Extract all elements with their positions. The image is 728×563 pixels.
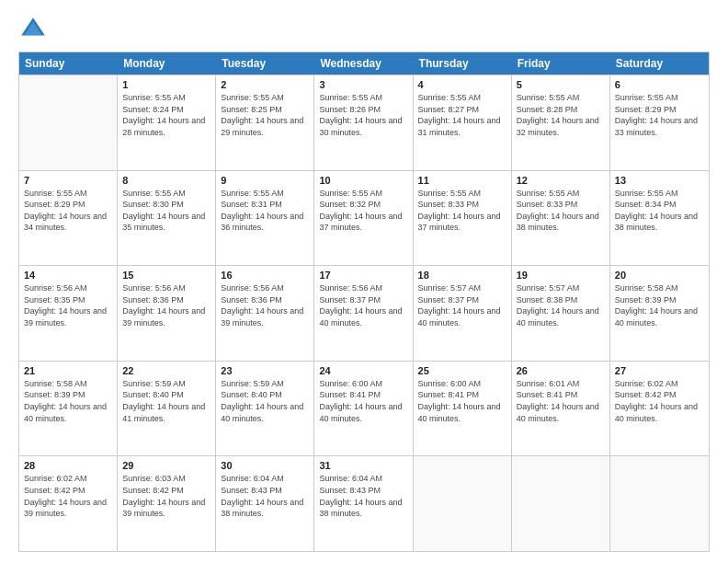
day-number: 20 [615, 270, 704, 281]
day-number: 31 [319, 460, 407, 471]
day-info: Sunrise: 5:59 AM Sunset: 8:40 PM Dayligh… [122, 378, 210, 424]
cal-cell-14: 14Sunrise: 5:56 AM Sunset: 8:35 PM Dayli… [19, 266, 118, 361]
day-number: 19 [517, 270, 605, 281]
header-day-wednesday: Wednesday [314, 52, 413, 75]
day-info: Sunrise: 5:55 AM Sunset: 8:30 PM Dayligh… [122, 188, 210, 234]
calendar-row-1: 1Sunrise: 5:55 AM Sunset: 8:24 PM Daylig… [19, 75, 709, 170]
calendar-header: SundayMondayTuesdayWednesdayThursdayFrid… [19, 52, 709, 75]
cal-cell-18: 18Sunrise: 5:57 AM Sunset: 8:37 PM Dayli… [414, 266, 512, 361]
day-info: Sunrise: 6:00 AM Sunset: 8:41 PM Dayligh… [319, 378, 407, 424]
cal-cell-24: 24Sunrise: 6:00 AM Sunset: 8:41 PM Dayli… [314, 362, 413, 456]
day-info: Sunrise: 5:57 AM Sunset: 8:37 PM Dayligh… [418, 282, 506, 328]
cal-cell-26: 26Sunrise: 6:01 AM Sunset: 8:41 PM Dayli… [512, 362, 610, 456]
header-day-monday: Monday [118, 52, 216, 75]
day-info: Sunrise: 5:55 AM Sunset: 8:27 PM Dayligh… [418, 92, 506, 138]
cal-cell-21: 21Sunrise: 5:58 AM Sunset: 8:39 PM Dayli… [19, 362, 118, 456]
day-info: Sunrise: 5:55 AM Sunset: 8:33 PM Dayligh… [517, 188, 605, 234]
day-info: Sunrise: 5:56 AM Sunset: 8:36 PM Dayligh… [221, 282, 309, 328]
day-number: 13 [615, 175, 704, 186]
cal-cell-30: 30Sunrise: 6:04 AM Sunset: 8:43 PM Dayli… [216, 456, 314, 551]
cal-cell-25: 25Sunrise: 6:00 AM Sunset: 8:41 PM Dayli… [414, 362, 512, 456]
day-info: Sunrise: 6:04 AM Sunset: 8:43 PM Dayligh… [221, 473, 309, 519]
page: SundayMondayTuesdayWednesdayThursdayFrid… [0, 0, 728, 563]
day-info: Sunrise: 6:04 AM Sunset: 8:43 PM Dayligh… [319, 473, 407, 519]
cal-cell-empty-4-4 [414, 456, 512, 551]
day-number: 8 [122, 175, 210, 186]
header-day-thursday: Thursday [414, 52, 512, 75]
day-info: Sunrise: 6:01 AM Sunset: 8:41 PM Dayligh… [517, 378, 605, 424]
day-info: Sunrise: 5:55 AM Sunset: 8:32 PM Dayligh… [319, 188, 407, 234]
day-info: Sunrise: 5:56 AM Sunset: 8:37 PM Dayligh… [319, 282, 407, 328]
day-number: 28 [24, 460, 112, 471]
day-info: Sunrise: 5:55 AM Sunset: 8:29 PM Dayligh… [615, 92, 704, 138]
day-number: 18 [418, 270, 506, 281]
cal-cell-17: 17Sunrise: 5:56 AM Sunset: 8:37 PM Dayli… [314, 266, 413, 361]
day-number: 2 [221, 79, 309, 90]
day-info: Sunrise: 5:55 AM Sunset: 8:25 PM Dayligh… [221, 92, 309, 138]
day-info: Sunrise: 5:58 AM Sunset: 8:39 PM Dayligh… [24, 378, 112, 424]
day-info: Sunrise: 5:55 AM Sunset: 8:31 PM Dayligh… [221, 188, 309, 234]
calendar-row-3: 14Sunrise: 5:56 AM Sunset: 8:35 PM Dayli… [19, 265, 709, 361]
day-info: Sunrise: 5:56 AM Sunset: 8:35 PM Dayligh… [24, 282, 112, 328]
day-info: Sunrise: 5:55 AM Sunset: 8:34 PM Dayligh… [615, 188, 704, 234]
cal-cell-5: 5Sunrise: 5:55 AM Sunset: 8:28 PM Daylig… [512, 75, 610, 170]
day-number: 25 [418, 365, 506, 376]
cal-cell-16: 16Sunrise: 5:56 AM Sunset: 8:36 PM Dayli… [216, 266, 314, 361]
header-day-sunday: Sunday [19, 52, 118, 75]
header [18, 15, 710, 44]
cal-cell-11: 11Sunrise: 5:55 AM Sunset: 8:33 PM Dayli… [414, 171, 512, 266]
day-number: 17 [319, 270, 407, 281]
day-number: 3 [319, 79, 407, 90]
cal-cell-27: 27Sunrise: 6:02 AM Sunset: 8:42 PM Dayli… [610, 362, 709, 456]
day-info: Sunrise: 5:58 AM Sunset: 8:39 PM Dayligh… [615, 282, 704, 328]
day-number: 27 [615, 365, 704, 376]
header-day-friday: Friday [512, 52, 610, 75]
day-number: 24 [319, 365, 407, 376]
cal-cell-empty-4-5 [512, 456, 610, 551]
day-number: 5 [517, 79, 605, 90]
day-number: 16 [221, 270, 309, 281]
day-number: 14 [24, 270, 112, 281]
cal-cell-15: 15Sunrise: 5:56 AM Sunset: 8:36 PM Dayli… [118, 266, 216, 361]
cal-cell-9: 9Sunrise: 5:55 AM Sunset: 8:31 PM Daylig… [216, 171, 314, 266]
day-number: 23 [221, 365, 309, 376]
cal-cell-7: 7Sunrise: 5:55 AM Sunset: 8:29 PM Daylig… [19, 171, 118, 266]
cal-cell-6: 6Sunrise: 5:55 AM Sunset: 8:29 PM Daylig… [610, 75, 709, 170]
day-number: 29 [122, 460, 210, 471]
day-number: 1 [122, 79, 210, 90]
day-info: Sunrise: 5:57 AM Sunset: 8:38 PM Dayligh… [517, 282, 605, 328]
day-info: Sunrise: 6:03 AM Sunset: 8:42 PM Dayligh… [122, 473, 210, 519]
day-number: 6 [615, 79, 704, 90]
cal-cell-28: 28Sunrise: 6:02 AM Sunset: 8:42 PM Dayli… [19, 456, 118, 551]
day-info: Sunrise: 5:55 AM Sunset: 8:33 PM Dayligh… [418, 188, 506, 234]
day-info: Sunrise: 5:55 AM Sunset: 8:26 PM Dayligh… [319, 92, 407, 138]
day-info: Sunrise: 6:00 AM Sunset: 8:41 PM Dayligh… [418, 378, 506, 424]
day-info: Sunrise: 6:02 AM Sunset: 8:42 PM Dayligh… [24, 473, 112, 519]
day-number: 22 [122, 365, 210, 376]
cal-cell-1: 1Sunrise: 5:55 AM Sunset: 8:24 PM Daylig… [118, 75, 216, 170]
calendar-row-2: 7Sunrise: 5:55 AM Sunset: 8:29 PM Daylig… [19, 170, 709, 266]
calendar-row-4: 21Sunrise: 5:58 AM Sunset: 8:39 PM Dayli… [19, 361, 709, 456]
cal-cell-2: 2Sunrise: 5:55 AM Sunset: 8:25 PM Daylig… [216, 75, 314, 170]
cal-cell-13: 13Sunrise: 5:55 AM Sunset: 8:34 PM Dayli… [610, 171, 709, 266]
calendar-body: 1Sunrise: 5:55 AM Sunset: 8:24 PM Daylig… [19, 75, 709, 551]
day-info: Sunrise: 5:59 AM Sunset: 8:40 PM Dayligh… [221, 378, 309, 424]
day-info: Sunrise: 5:55 AM Sunset: 8:24 PM Dayligh… [122, 92, 210, 138]
day-number: 21 [24, 365, 112, 376]
cal-cell-empty-4-6 [610, 456, 709, 551]
logo [18, 15, 51, 44]
cal-cell-23: 23Sunrise: 5:59 AM Sunset: 8:40 PM Dayli… [216, 362, 314, 456]
header-day-saturday: Saturday [610, 52, 709, 75]
day-info: Sunrise: 5:55 AM Sunset: 8:29 PM Dayligh… [24, 188, 112, 234]
cal-cell-31: 31Sunrise: 6:04 AM Sunset: 8:43 PM Dayli… [314, 456, 413, 551]
cal-cell-8: 8Sunrise: 5:55 AM Sunset: 8:30 PM Daylig… [118, 171, 216, 266]
cal-cell-12: 12Sunrise: 5:55 AM Sunset: 8:33 PM Dayli… [512, 171, 610, 266]
cal-cell-empty-0-0 [19, 75, 118, 170]
day-number: 26 [517, 365, 605, 376]
day-number: 15 [122, 270, 210, 281]
day-info: Sunrise: 5:55 AM Sunset: 8:28 PM Dayligh… [517, 92, 605, 138]
day-number: 12 [517, 175, 605, 186]
day-info: Sunrise: 5:56 AM Sunset: 8:36 PM Dayligh… [122, 282, 210, 328]
cal-cell-22: 22Sunrise: 5:59 AM Sunset: 8:40 PM Dayli… [118, 362, 216, 456]
cal-cell-10: 10Sunrise: 5:55 AM Sunset: 8:32 PM Dayli… [314, 171, 413, 266]
